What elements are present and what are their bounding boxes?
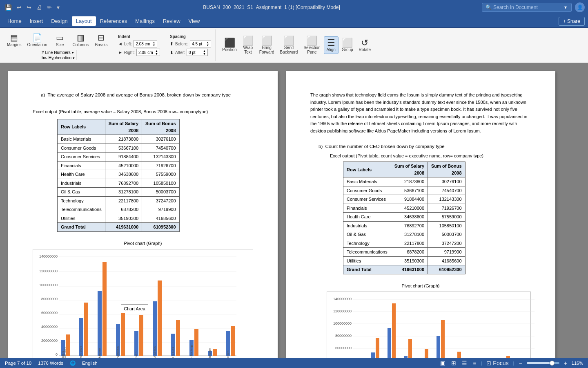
size-button[interactable]: ▭ Size (51, 32, 69, 48)
align-button[interactable]: ☰ Align (324, 36, 339, 54)
line-numbers-dropdown[interactable]: ▾ (72, 51, 74, 55)
menu-design[interactable]: Design (47, 16, 71, 26)
web-layout-button[interactable]: ☰ (461, 359, 468, 367)
save-button[interactable]: 💾 (3, 3, 13, 11)
menu-review[interactable]: Review (159, 16, 185, 26)
group-button[interactable]: ⬜ Group (339, 37, 356, 54)
spacing-before-spinner[interactable]: ▲▼ (206, 41, 209, 47)
search-input[interactable] (493, 4, 563, 10)
row-label: Basic Materials (58, 135, 105, 144)
hyphenation-dropdown[interactable]: ▾ (73, 56, 75, 60)
position-button[interactable]: ⬛ Position (220, 37, 239, 54)
selection-pane-icon: ⬜ (306, 36, 317, 45)
document-area: a) The average of Salary 2008 and averag… (0, 63, 588, 358)
row-bonus: 74540700 (428, 186, 466, 195)
row-salary: 35190300 (105, 214, 142, 223)
row-bonus: 41685600 (142, 214, 180, 223)
page-container[interactable]: a) The average of Salary 2008 and averag… (0, 63, 588, 358)
chart-wrapper: Pivot chart (Graph) Chart Area 140000000… (33, 240, 253, 359)
more-button[interactable]: ▾ (55, 3, 61, 11)
menu-references[interactable]: References (96, 16, 131, 26)
title-bar: 💾 ↩ ↪ 🖨 ✏ ▾ BUSAN_200_2021_S1_Assignment… (0, 0, 588, 15)
svg-text:100000000: 100000000 (39, 283, 58, 287)
row-salary: 34638600 (391, 213, 428, 222)
customize-button[interactable]: ✏ (45, 3, 53, 11)
row-bonus: 30276100 (142, 135, 180, 144)
margins-button[interactable]: ▤ Margins (5, 32, 24, 48)
columns-button[interactable]: ▥ Columns (71, 32, 91, 48)
row-salary: 21873800 (105, 135, 142, 144)
svg-rect-31 (194, 329, 198, 356)
spacing-after-input[interactable]: 0 pt ▲▼ (187, 49, 208, 56)
focus-button[interactable]: ⊡ Focus (485, 359, 510, 367)
indent-left-input[interactable]: 2.08 cm ▲▼ (134, 40, 157, 47)
spacing-after-icon: ⬇ (170, 50, 174, 55)
spacing-after-label: After: (175, 50, 185, 55)
rotate-icon: ↺ (361, 38, 368, 47)
row-bonus: 57559000 (428, 213, 466, 222)
share-button[interactable]: + Share (559, 17, 585, 26)
outline-button[interactable]: ≡ (472, 359, 477, 367)
spacing-after-spinner[interactable]: ▲▼ (203, 49, 206, 55)
indent-right-input[interactable]: 2.08 cm ▲▼ (136, 49, 160, 56)
align-label: Align (327, 47, 336, 52)
print-button[interactable]: 🖨 (35, 3, 44, 11)
svg-text:Technology: Technology (189, 345, 193, 358)
send-backward-button[interactable]: ⬜ SendBackward (278, 35, 301, 56)
breaks-button[interactable]: ⊟ Breaks (92, 32, 110, 48)
rotate-button[interactable]: ↺ Rotate (356, 37, 373, 54)
zoom-in-button[interactable]: + (563, 359, 568, 367)
indent-left-spinner[interactable]: ▲▼ (152, 41, 155, 47)
svg-rect-77 (408, 339, 412, 358)
row-label: Oil & Gas (58, 188, 105, 197)
menu-layout[interactable]: Layout (72, 16, 96, 26)
row-bonus: 74540700 (142, 144, 180, 153)
row-bonus: 132143300 (428, 195, 466, 204)
menu-insert[interactable]: Insert (26, 16, 47, 26)
svg-text:Health: Health (134, 352, 138, 358)
breaks-icon: ⊟ (98, 34, 105, 42)
redo-button[interactable]: ↪ (25, 3, 33, 11)
row-salary: 76892700 (391, 221, 428, 230)
spacing-before-input[interactable]: 4.5 pt ▲▼ (190, 40, 211, 47)
page-right-content: The graph shows that technology field ea… (310, 92, 531, 358)
row-salary: 6878200 (105, 205, 142, 214)
print-layout-button[interactable]: ▣ (439, 359, 447, 367)
grand-total-b-bonus: 610952300 (428, 265, 466, 274)
zoom-level: 116% (572, 361, 583, 366)
orientation-button[interactable]: 📄 Orientation (25, 32, 49, 48)
svg-text:Industrials: Industrials (153, 346, 156, 358)
svg-text:140000000: 140000000 (333, 297, 352, 301)
wrap-text-button[interactable]: ⬜ WrapText (240, 35, 256, 56)
send-backward-label: SendBackward (280, 45, 298, 54)
zoom-out-button[interactable]: − (517, 359, 523, 367)
bring-forward-button[interactable]: ⬜ BringForward (257, 35, 277, 56)
question-b-label: b) Count the number of CEO broken down b… (318, 143, 531, 150)
read-mode-button[interactable]: ⊞ (450, 359, 457, 367)
zoom-slider[interactable] (527, 362, 559, 364)
menu-view[interactable]: View (185, 16, 204, 26)
row-salary: 22117800 (391, 239, 428, 248)
table-row: Oil & Gas3127810050003700 (58, 188, 180, 197)
align-icon: ☰ (327, 38, 335, 47)
indent-right-spinner[interactable]: ▲▼ (155, 49, 158, 55)
chart-area-right[interactable]: 140000000 120000000 100000000 80000000 6… (327, 292, 531, 358)
indent-spacing-group: Indent ◄ Left: 2.08 cm ▲▼ ► Right: 2.08 … (114, 29, 216, 61)
row-label: Financials (343, 204, 391, 213)
selection-pane-button[interactable]: ⬜ SelectionPane (301, 35, 323, 56)
search-icon: 🔍 (486, 4, 492, 10)
svg-text:40000000: 40000000 (41, 325, 58, 329)
grand-total-b-salary: 419631000 (391, 265, 428, 274)
user-avatar[interactable]: 👤 (575, 2, 585, 12)
chart-area-left[interactable]: Chart Area 140000000 120000000 100000000… (33, 249, 253, 358)
search-box[interactable]: 🔍 ▾ (482, 3, 572, 12)
menu-mailings[interactable]: Mailings (131, 16, 159, 26)
table-row: Utilities3519030041685600 (343, 256, 466, 265)
bring-forward-icon: ⬜ (261, 36, 272, 45)
row-salary: 31278100 (391, 230, 428, 239)
indent-left-label: Left: (124, 42, 132, 46)
undo-button[interactable]: ↩ (15, 3, 23, 11)
margins-label: Margins (7, 43, 22, 47)
menu-home[interactable]: Home (3, 16, 26, 26)
row-salary: 76892700 (105, 179, 142, 188)
